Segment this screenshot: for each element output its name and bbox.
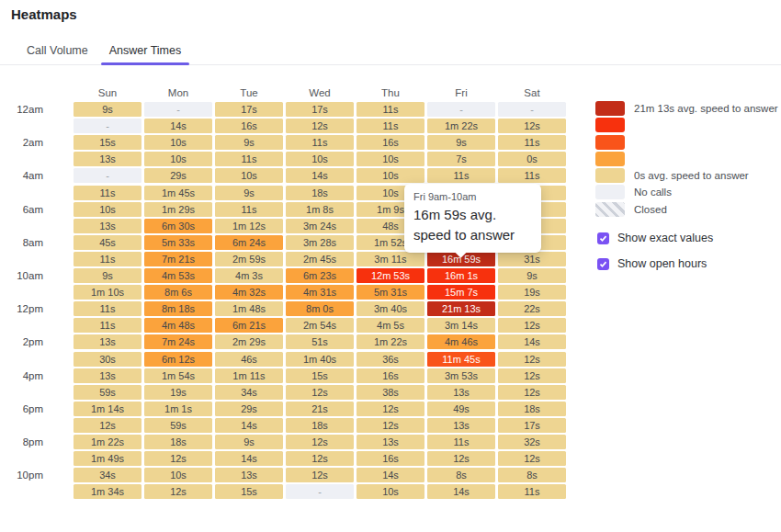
control-show-exact-values[interactable]: Show exact values [597, 232, 713, 244]
heatmap-cell[interactable]: 12s [498, 119, 566, 133]
heatmap-cell[interactable]: 0s [498, 152, 566, 166]
heatmap-cell[interactable]: 12s [357, 402, 424, 416]
heatmap-cell[interactable]: 12s [498, 368, 566, 383]
heatmap-cell[interactable]: 13s [74, 334, 141, 349]
heatmap-cell[interactable]: 13s [215, 468, 283, 482]
heatmap-cell[interactable]: 2m 59s [215, 252, 283, 266]
heatmap-cell[interactable]: 11s [357, 102, 424, 117]
heatmap-cell[interactable]: 17s [286, 102, 354, 117]
heatmap-cell[interactable]: 13s [427, 418, 495, 433]
heatmap-cell[interactable]: 15s [215, 484, 283, 499]
heatmap-cell[interactable]: 12s [286, 385, 354, 400]
heatmap-cell[interactable]: 12s [286, 451, 354, 466]
heatmap-cell[interactable]: 11s [286, 135, 354, 150]
heatmap-cell[interactable]: 4m 46s [427, 334, 495, 349]
heatmap-cell[interactable]: 10s [357, 168, 424, 183]
checkbox-show-open-hours[interactable] [597, 258, 609, 270]
heatmap-cell[interactable]: 9s [74, 268, 141, 283]
heatmap-cell[interactable]: 2m 29s [215, 334, 283, 349]
heatmap-cell[interactable]: 15m 7s [427, 285, 495, 300]
tab-call-volume[interactable]: Call Volume [18, 37, 96, 64]
heatmap-cell[interactable]: 14s [427, 484, 495, 499]
heatmap-cell[interactable]: 1m 22s [427, 119, 495, 133]
heatmap-cell[interactable]: 1m 29s [144, 202, 212, 217]
heatmap-cell[interactable]: 12m 53s [357, 268, 424, 283]
heatmap-cell[interactable]: 14s [286, 168, 354, 183]
heatmap-cell[interactable]: 1m 54s [144, 368, 212, 383]
heatmap-cell[interactable]: 15s [74, 135, 141, 150]
heatmap-cell[interactable]: 1m 45s [144, 186, 212, 200]
heatmap-cell[interactable]: 11s [74, 252, 141, 266]
heatmap-cell[interactable]: 11s [427, 435, 495, 449]
heatmap-cell[interactable]: 7m 21s [144, 252, 212, 266]
heatmap-cell[interactable]: 14s [215, 451, 283, 466]
heatmap-cell[interactable]: 11s [74, 186, 141, 200]
heatmap-cell[interactable]: 31s [498, 252, 566, 266]
heatmap-cell[interactable]: 51s [286, 334, 354, 349]
heatmap-cell[interactable]: 16s [357, 451, 424, 466]
heatmap-cell[interactable]: 1m 22s [74, 435, 141, 449]
heatmap-cell[interactable]: 38s [357, 385, 424, 400]
heatmap-cell[interactable]: 16s [357, 368, 424, 383]
heatmap-cell[interactable]: 14s [144, 119, 212, 133]
heatmap-cell[interactable]: 1m 34s [74, 484, 141, 499]
heatmap-cell[interactable]: 1m 49s [74, 451, 141, 466]
heatmap-cell[interactable]: 59s [74, 385, 141, 400]
heatmap-cell[interactable]: - [144, 102, 212, 117]
control-label[interactable]: Show open hours [617, 257, 707, 270]
heatmap-cell[interactable]: 14s [215, 418, 283, 433]
heatmap-cell[interactable]: 10s [357, 152, 424, 166]
heatmap-cell[interactable]: 18s [144, 435, 212, 449]
heatmap-cell[interactable]: 18s [286, 418, 354, 433]
heatmap-cell[interactable]: 10s [215, 168, 283, 183]
heatmap-cell[interactable]: 32s [498, 435, 566, 449]
heatmap-cell[interactable]: 11s [74, 318, 141, 333]
heatmap-cell[interactable]: - [74, 168, 141, 183]
control-label[interactable]: Show exact values [617, 232, 713, 244]
heatmap-cell[interactable]: 11s [498, 484, 566, 499]
heatmap-cell[interactable]: 2m 45s [286, 252, 354, 266]
heatmap-cell[interactable]: 12s [144, 451, 212, 466]
heatmap-cell[interactable]: 12s [427, 451, 495, 466]
heatmap-cell[interactable]: 9s [427, 135, 495, 150]
heatmap-cell[interactable]: 29s [215, 402, 283, 416]
heatmap-cell[interactable]: 3m 53s [427, 368, 495, 383]
heatmap-cell[interactable]: 11s [74, 301, 141, 316]
heatmap-cell[interactable]: 10s [144, 152, 212, 166]
heatmap-cell[interactable]: 11s [357, 119, 424, 133]
heatmap-cell[interactable]: 12s [286, 119, 354, 133]
heatmap-cell[interactable]: 9s [215, 186, 283, 200]
heatmap-cell[interactable]: 10s [357, 484, 424, 499]
heatmap-cell[interactable]: 45s [74, 235, 141, 250]
heatmap-cell[interactable]: 12s [498, 318, 566, 333]
heatmap-cell[interactable]: 11s [427, 168, 495, 183]
heatmap-cell[interactable]: 8m 0s [286, 301, 354, 316]
heatmap-cell[interactable]: 4m 31s [286, 285, 354, 300]
heatmap-cell[interactable]: 59s [144, 418, 212, 433]
heatmap-cell[interactable]: 14s [498, 334, 566, 349]
heatmap-cell[interactable]: 30s [74, 352, 141, 367]
heatmap-cell[interactable]: 8s [498, 468, 566, 482]
heatmap-cell[interactable]: 21m 13s [427, 301, 495, 316]
heatmap-cell[interactable]: 4m 32s [215, 285, 283, 300]
heatmap-cell[interactable]: 11s [215, 202, 283, 217]
heatmap-cell[interactable]: 15s [286, 368, 354, 383]
heatmap-cell[interactable]: 13s [74, 368, 141, 383]
heatmap-cell[interactable]: 2m 54s [286, 318, 354, 333]
heatmap-cell[interactable]: 5m 33s [144, 235, 212, 250]
checkbox-show-exact-values[interactable] [597, 232, 609, 244]
heatmap-cell[interactable]: 6m 12s [144, 352, 212, 367]
heatmap-cell[interactable]: 6m 21s [215, 318, 283, 333]
heatmap-cell[interactable]: 9s [498, 268, 566, 283]
heatmap-cell[interactable]: 18s [286, 186, 354, 200]
heatmap-cell[interactable]: 11m 45s [427, 352, 495, 367]
heatmap-cell[interactable]: 1m 1s [144, 402, 212, 416]
heatmap-cell[interactable]: 1m 10s [74, 285, 141, 300]
tab-answer-times[interactable]: Answer Times [101, 37, 190, 64]
heatmap-cell[interactable]: 9s [74, 102, 141, 117]
heatmap-cell[interactable]: 46s [215, 352, 283, 367]
heatmap-cell[interactable]: 22s [498, 301, 566, 316]
heatmap-cell[interactable]: 12s [498, 385, 566, 400]
heatmap-cell[interactable]: 16s [215, 119, 283, 133]
heatmap-cell[interactable]: 4m 48s [144, 318, 212, 333]
